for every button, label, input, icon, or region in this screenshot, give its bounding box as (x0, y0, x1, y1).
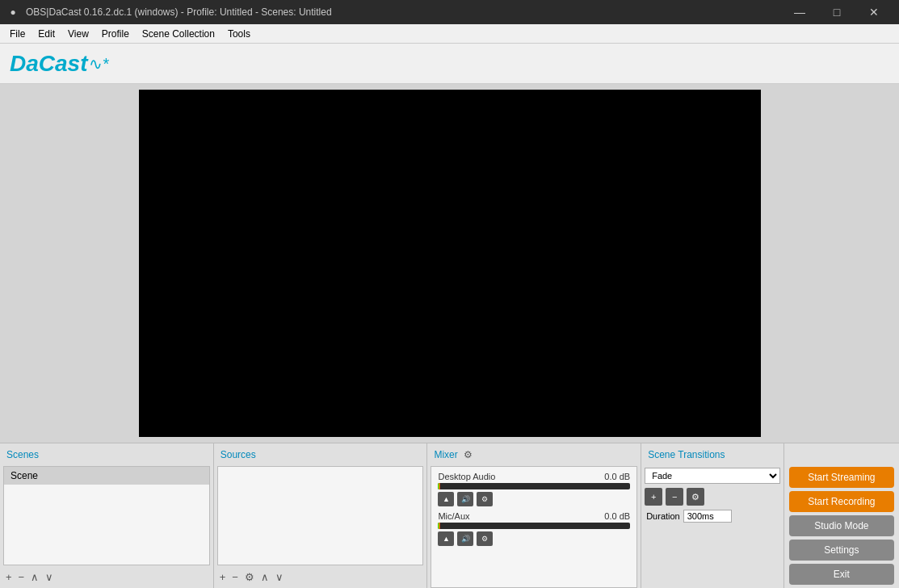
transitions-settings-button[interactable]: ⚙ (687, 488, 704, 506)
sources-add-button[interactable]: + (217, 571, 229, 583)
logo-bar: DaCast ∿* (0, 44, 899, 84)
menu-view[interactable]: View (61, 24, 95, 43)
channel-mic-mute[interactable]: 🔊 (457, 531, 473, 546)
scenes-remove-button[interactable]: − (16, 571, 27, 583)
studio-mode-button[interactable]: Studio Mode (789, 515, 894, 536)
scenes-down-button[interactable]: ∨ (43, 571, 56, 583)
scenes-panel: Scenes Scene + − ∧ ∨ (0, 443, 214, 588)
mixer-body: Desktop Audio 0.0 dB ▲ 🔊 ⚙ Mic/Aux 0.0 d… (431, 466, 637, 588)
sources-body (217, 466, 424, 565)
scenes-up-button[interactable]: ∧ (28, 571, 41, 583)
transitions-remove-button[interactable]: − (666, 488, 683, 506)
duration-row: Duration (641, 508, 783, 524)
menu-scene-collection[interactable]: Scene Collection (136, 24, 221, 43)
menu-file[interactable]: File (3, 24, 32, 43)
channel-mic-level (438, 523, 440, 529)
logo-wave: ∿* (89, 54, 109, 74)
sources-up-button[interactable]: ∧ (258, 571, 271, 583)
menu-bar: File Edit View Profile Scene Collection … (0, 24, 899, 44)
channel-mic-bar (438, 523, 630, 529)
scenes-footer: + − ∧ ∨ (0, 565, 213, 588)
channel-desktop-db: 0.0 dB (604, 472, 630, 481)
window-controls: — □ ✕ (781, 0, 893, 24)
sources-header: Sources (214, 443, 427, 466)
channel-mic-gear[interactable]: ⚙ (477, 531, 493, 546)
mixer-label: Mixer (434, 449, 457, 460)
scenes-header: Scenes (0, 443, 213, 466)
mixer-header: Mixer ⚙ (427, 443, 641, 466)
mixer-panel: Mixer ⚙ Desktop Audio 0.0 dB ▲ 🔊 ⚙ (427, 443, 641, 588)
exit-button[interactable]: Exit (789, 564, 894, 585)
mixer-channel-mic: Mic/Aux 0.0 dB ▲ 🔊 ⚙ (433, 510, 635, 548)
mixer-settings-icon[interactable]: ⚙ (461, 449, 475, 460)
transitions-dropdown[interactable]: Fade (645, 468, 779, 484)
transitions-panel: Scene Transitions Fade + − ⚙ Duration (641, 443, 783, 588)
start-recording-button[interactable]: Start Recording (789, 491, 894, 512)
duration-label: Duration (646, 511, 680, 521)
close-button[interactable]: ✕ (855, 0, 893, 24)
channel-desktop-bar (438, 483, 630, 489)
duration-input[interactable] (683, 510, 732, 523)
preview-area (0, 84, 899, 443)
channel-mic-controls: ▲ 🔊 ⚙ (438, 531, 630, 546)
channel-desktop-gear[interactable]: ⚙ (477, 492, 493, 506)
title-bar-text: OBS|DaCast 0.16.2.dc.1 (windows) - Profi… (26, 6, 775, 18)
bottom-panel: Scenes Scene + − ∧ ∨ Sources + − ⚙ ∧ ∨ M… (0, 443, 899, 588)
sources-down-button[interactable]: ∨ (273, 571, 286, 583)
transitions-controls: + − ⚙ (641, 485, 783, 508)
channel-desktop-vol-up[interactable]: ▲ (438, 492, 454, 506)
channel-mic-db: 0.0 dB (604, 511, 630, 521)
preview-canvas (139, 90, 761, 437)
settings-button[interactable]: Settings (789, 540, 894, 561)
sources-label: Sources (221, 449, 256, 460)
title-bar: ● OBS|DaCast 0.16.2.dc.1 (windows) - Pro… (0, 0, 899, 24)
menu-profile[interactable]: Profile (95, 24, 136, 43)
maximize-button[interactable]: □ (818, 0, 855, 24)
menu-tools[interactable]: Tools (221, 24, 257, 43)
sources-footer: + − ⚙ ∧ ∨ (214, 565, 427, 588)
channel-desktop-controls: ▲ 🔊 ⚙ (438, 492, 630, 506)
sources-settings-button[interactable]: ⚙ (242, 571, 257, 583)
channel-mic-name: Mic/Aux (438, 511, 469, 521)
menu-edit[interactable]: Edit (32, 24, 61, 43)
channel-desktop-level (438, 483, 440, 489)
start-streaming-button[interactable]: Start Streaming (789, 467, 894, 488)
scenes-body: Scene (3, 466, 210, 565)
scenes-add-button[interactable]: + (3, 571, 15, 583)
minimize-button[interactable]: — (781, 0, 818, 24)
sources-remove-button[interactable]: − (229, 571, 241, 583)
transitions-label: Scene Transitions (648, 449, 725, 460)
transitions-header: Scene Transitions (641, 443, 783, 466)
scene-item-0[interactable]: Scene (4, 467, 209, 485)
app-icon: ● (6, 6, 19, 19)
channel-desktop-name: Desktop Audio (438, 472, 495, 481)
channel-mic-vol-up[interactable]: ▲ (438, 531, 454, 546)
action-panel: Start Streaming Start Recording Studio M… (784, 443, 899, 588)
scenes-label: Scenes (6, 449, 39, 460)
mixer-channel-desktop: Desktop Audio 0.0 dB ▲ 🔊 ⚙ (433, 470, 635, 508)
transitions-add-button[interactable]: + (645, 488, 662, 506)
logo-text: DaCast (10, 51, 87, 77)
channel-desktop-mute[interactable]: 🔊 (457, 492, 473, 506)
sources-panel: Sources + − ⚙ ∧ ∨ (214, 443, 428, 588)
